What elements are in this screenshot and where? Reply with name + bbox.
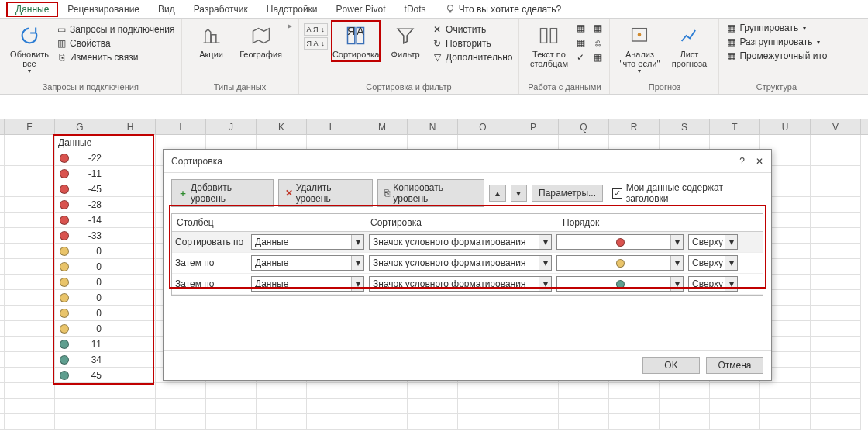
data-cell[interactable]: -28 bbox=[55, 197, 105, 213]
sort-options-button[interactable]: Параметры... bbox=[532, 185, 603, 202]
col-header[interactable]: Q bbox=[559, 119, 609, 134]
col-header[interactable]: J bbox=[206, 119, 257, 134]
sort-icon-combo[interactable]: ▾ bbox=[556, 255, 684, 271]
move-down-button[interactable]: ▾ bbox=[511, 185, 527, 202]
sort-asc-button[interactable]: А Я↓ bbox=[304, 23, 329, 36]
sort-position-combo[interactable]: Сверху▾ bbox=[688, 255, 738, 271]
advanced-filter-button[interactable]: ▽Дополнительно bbox=[430, 51, 514, 64]
move-up-button[interactable]: ▴ bbox=[489, 185, 505, 202]
header-column: Столбец bbox=[172, 214, 366, 231]
subtotal-icon: ▦ bbox=[725, 50, 736, 61]
add-level-button[interactable]: ＋Добавить уровень bbox=[171, 179, 274, 207]
forecast-sheet-button[interactable]: Лист прогноза bbox=[664, 20, 714, 71]
sort-icon-combo[interactable]: ▾ bbox=[556, 276, 684, 292]
sort-icon: ЯА bbox=[343, 23, 368, 48]
sort-desc-button[interactable]: Я А↓ bbox=[304, 37, 329, 50]
tab-powerpivot[interactable]: Power Pivot bbox=[327, 2, 395, 17]
text-to-columns-button[interactable]: Текст по столбцам bbox=[524, 20, 574, 71]
data-cell[interactable]: 11 bbox=[55, 337, 105, 352]
tab-data[interactable]: Данные bbox=[6, 2, 58, 17]
sort-on-combo[interactable]: Значок условного форматирования▾ bbox=[369, 255, 552, 271]
dialog-toolbar: ＋Добавить уровень ✕Удалить уровень ⎘Копи… bbox=[164, 173, 771, 213]
data-cell[interactable]: -22 bbox=[55, 150, 105, 166]
data-types-expand[interactable]: ▸ bbox=[286, 20, 294, 31]
col-header[interactable]: K bbox=[257, 119, 307, 134]
subtotal-button[interactable]: ▦Промежуточный ито bbox=[724, 50, 828, 62]
sort-icon-combo[interactable]: ▾ bbox=[556, 234, 684, 250]
col-header[interactable]: F bbox=[5, 119, 55, 134]
tab-tdots[interactable]: tDots bbox=[395, 2, 436, 17]
col-header[interactable]: R bbox=[609, 119, 660, 134]
reapply-button[interactable]: ↻Повторить bbox=[430, 37, 514, 50]
tab-review[interactable]: Рецензирование bbox=[58, 2, 149, 17]
sort-on-combo[interactable]: Значок условного форматирования▾ bbox=[369, 276, 552, 292]
headers-checkbox[interactable]: ✓ Мои данные содержат заголовки bbox=[612, 182, 763, 204]
close-button[interactable]: ✕ bbox=[756, 156, 763, 167]
remove-dupes-button[interactable]: ▦ bbox=[574, 36, 587, 49]
what-if-button[interactable]: Анализ "что если"▾ bbox=[615, 20, 664, 78]
ungroup-button[interactable]: ▦Разгруппировать▾ bbox=[724, 36, 828, 48]
data-cell[interactable]: -11 bbox=[55, 166, 105, 181]
col-header[interactable]: O bbox=[458, 119, 508, 134]
sort-button[interactable]: ЯА Сортировка bbox=[331, 20, 381, 62]
filter-button[interactable]: Фильтр bbox=[381, 20, 430, 62]
data-cell[interactable]: 0 bbox=[55, 321, 105, 337]
col-header[interactable]: I bbox=[156, 119, 206, 134]
sort-on-combo[interactable]: Значок условного форматирования▾ bbox=[369, 234, 552, 250]
col-header[interactable]: S bbox=[660, 119, 710, 134]
properties-button[interactable]: ▥Свойства bbox=[54, 37, 177, 50]
col-header[interactable]: T bbox=[710, 119, 760, 134]
geography-button[interactable]: География bbox=[236, 20, 286, 62]
data-cell[interactable]: -45 bbox=[55, 181, 105, 197]
col-header[interactable]: V bbox=[811, 119, 861, 134]
forecast-icon bbox=[677, 23, 701, 48]
tell-me-search[interactable]: Что вы хотите сделать? bbox=[445, 4, 562, 15]
data-validation-button[interactable]: ✓ bbox=[574, 51, 587, 64]
data-cell[interactable]: 0 bbox=[55, 290, 105, 306]
delete-level-button[interactable]: ✕Удалить уровень bbox=[278, 179, 374, 207]
list-icon: ▭ bbox=[56, 24, 67, 35]
consolidate-button[interactable]: ▦ bbox=[591, 22, 604, 34]
col-header[interactable]: G bbox=[55, 119, 105, 134]
data-cell[interactable]: 0 bbox=[55, 306, 105, 321]
group-connections: Обновить все▾ ▭Запросы и подключения ▥Св… bbox=[0, 19, 182, 94]
data-cell[interactable]: 0 bbox=[55, 275, 105, 290]
col-header[interactable]: P bbox=[508, 119, 559, 134]
queries-connections-button[interactable]: ▭Запросы и подключения bbox=[54, 23, 177, 36]
col-header[interactable]: L bbox=[307, 119, 357, 134]
data-cell[interactable]: 0 bbox=[55, 259, 105, 275]
status-dot-icon bbox=[60, 340, 69, 349]
sort-column-combo[interactable]: Данные▾ bbox=[251, 255, 364, 271]
refresh-all-button[interactable]: Обновить все▾ bbox=[5, 20, 54, 78]
cancel-button[interactable]: Отмена bbox=[706, 357, 763, 374]
sort-column-combo[interactable]: Данные▾ bbox=[251, 276, 364, 292]
stocks-button[interactable]: Акции bbox=[187, 20, 236, 62]
what-if-icon bbox=[627, 23, 652, 48]
status-dot-icon bbox=[60, 262, 69, 271]
col-header[interactable]: U bbox=[760, 119, 811, 134]
sort-position-combo[interactable]: Сверху▾ bbox=[688, 234, 738, 250]
col-header[interactable]: H bbox=[105, 119, 156, 134]
tab-view[interactable]: Вид bbox=[149, 2, 184, 17]
ok-button[interactable]: OK bbox=[642, 357, 700, 374]
help-button[interactable]: ? bbox=[739, 156, 745, 167]
tab-addins[interactable]: Надстройки bbox=[257, 2, 327, 17]
sort-position-combo[interactable]: Сверху▾ bbox=[688, 276, 738, 292]
flash-fill-button[interactable]: ▦ bbox=[574, 22, 587, 34]
data-model-button[interactable]: ▦ bbox=[591, 51, 604, 64]
data-header-cell[interactable]: Данные bbox=[55, 135, 105, 150]
data-cell[interactable]: -14 bbox=[55, 213, 105, 228]
col-header[interactable]: N bbox=[408, 119, 458, 134]
edit-links-button[interactable]: ⎘Изменить связи bbox=[54, 51, 177, 64]
data-cell[interactable]: 0 bbox=[55, 244, 105, 259]
data-cell[interactable]: 34 bbox=[55, 352, 105, 368]
data-cell[interactable]: 45 bbox=[55, 368, 105, 383]
tab-developer[interactable]: Разработчик bbox=[184, 2, 257, 17]
data-cell[interactable]: -33 bbox=[55, 228, 105, 244]
col-header[interactable]: M bbox=[357, 119, 408, 134]
relationships-button[interactable]: ⎌ bbox=[591, 36, 604, 49]
clear-filter-button[interactable]: ✕Очистить bbox=[430, 23, 514, 36]
copy-level-button[interactable]: ⎘Копировать уровень bbox=[377, 179, 484, 207]
group-rows-button[interactable]: ▦Группировать▾ bbox=[724, 22, 828, 34]
sort-column-combo[interactable]: Данные▾ bbox=[251, 234, 364, 250]
